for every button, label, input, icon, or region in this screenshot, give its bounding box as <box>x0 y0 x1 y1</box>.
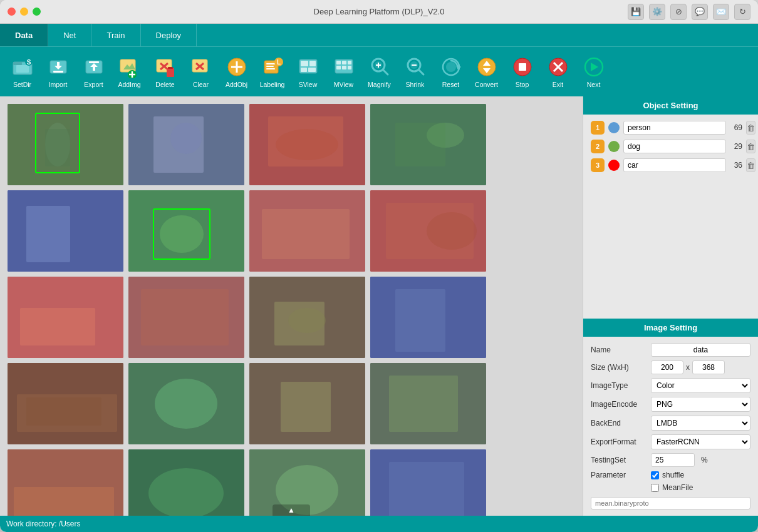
delete-button[interactable]: Delete <box>148 51 182 93</box>
clear-button[interactable]: Clear <box>184 51 218 93</box>
shuffle-checkbox[interactable] <box>651 471 659 479</box>
addobj-button[interactable]: AddObj <box>219 51 254 93</box>
imageencode-row: ImageEncode PNG JPEG <box>591 397 750 412</box>
export-icon <box>82 55 106 79</box>
mail-icon-btn[interactable]: ✉️ <box>713 4 729 20</box>
exit-button[interactable]: Exit <box>541 51 575 93</box>
shrink-button[interactable]: Shrink <box>398 51 432 93</box>
image-area[interactable]: ▲ <box>0 96 583 516</box>
obj-spacer <box>583 178 758 319</box>
save-icon-btn[interactable]: 💾 <box>628 4 644 20</box>
export-button[interactable]: Export <box>76 51 111 93</box>
minimize-button[interactable] <box>20 8 28 16</box>
object-delete-1[interactable]: 🗑 <box>746 121 755 135</box>
list-item[interactable] <box>128 363 244 444</box>
import-icon <box>46 55 70 79</box>
list-item[interactable] <box>128 449 244 516</box>
chat-icon-btn[interactable]: 💬 <box>692 4 708 20</box>
svg-line-52 <box>419 70 423 74</box>
sview-icon <box>296 55 320 79</box>
tab-data[interactable]: Data <box>0 24 48 46</box>
tab-train[interactable]: Train <box>91 24 140 46</box>
stop-button[interactable]: Stop <box>505 51 539 93</box>
svg-rect-70 <box>45 129 70 166</box>
object-delete-2[interactable]: 🗑 <box>746 140 755 153</box>
refresh-icon-btn[interactable]: ↻ <box>734 4 750 20</box>
scroll-down-handle[interactable]: ▲ <box>273 504 310 516</box>
addimg-label: AddImg <box>118 81 140 88</box>
list-item[interactable] <box>8 190 123 272</box>
svg-rect-98 <box>395 289 445 352</box>
imageencode-select[interactable]: PNG JPEG <box>651 397 750 412</box>
list-item[interactable] <box>8 104 123 185</box>
mview-button[interactable]: MView <box>326 51 361 93</box>
tab-net[interactable]: Net <box>48 24 91 46</box>
meanfile-row: MeanFile <box>591 483 750 492</box>
clear-icon <box>189 55 213 79</box>
list-item[interactable] <box>370 104 486 185</box>
list-item[interactable] <box>370 363 486 444</box>
meanfile-path-input[interactable] <box>591 497 750 509</box>
list-item[interactable] <box>8 449 123 516</box>
reset-button[interactable]: Reset <box>434 51 468 93</box>
close-button[interactable] <box>8 8 16 16</box>
object-row-1: 1 69 🗑 <box>591 121 750 135</box>
sview-button[interactable]: SView <box>291 51 325 93</box>
list-item[interactable] <box>370 449 486 516</box>
svg-rect-30 <box>266 68 275 69</box>
object-num-2: 2 <box>591 140 605 153</box>
meanfile-checkbox[interactable] <box>651 484 659 492</box>
list-item[interactable] <box>249 363 365 444</box>
shuffle-label: shuffle <box>662 471 684 479</box>
list-item[interactable] <box>249 277 365 358</box>
testingset-input[interactable] <box>651 453 695 467</box>
object-name-input-3[interactable] <box>623 158 726 172</box>
list-item[interactable] <box>370 190 486 272</box>
name-row: Name <box>591 343 750 357</box>
list-item[interactable] <box>8 277 123 358</box>
list-item[interactable] <box>249 190 365 272</box>
setdir-label: SetDir <box>13 81 31 88</box>
addimg-button[interactable]: AddImg <box>112 51 147 93</box>
object-color-1 <box>608 122 620 133</box>
import-button[interactable]: Import <box>41 51 75 93</box>
tab-deploy[interactable]: Deploy <box>141 24 197 46</box>
size-h-input[interactable] <box>692 361 725 374</box>
backend-row: BackEnd LMDB HDF5 <box>591 416 750 431</box>
object-delete-3[interactable]: 🗑 <box>746 158 755 172</box>
magnify-button[interactable]: Magnify <box>362 51 397 93</box>
list-item[interactable] <box>128 277 244 358</box>
exportformat-select[interactable]: FasterRCNN SSD <box>651 434 750 449</box>
convert-button[interactable]: Convert <box>469 51 504 93</box>
backend-label: BackEnd <box>591 419 647 427</box>
settings-icon-btn[interactable]: ⚙️ <box>649 4 665 20</box>
object-count-2: 29 <box>730 142 742 151</box>
maximize-button[interactable] <box>33 8 41 16</box>
object-setting-section: Object Setting 1 69 🗑 2 <box>583 96 758 178</box>
labeling-button[interactable]: L Labeling <box>255 51 289 93</box>
object-name-input-1[interactable] <box>623 121 726 135</box>
object-name-input-2[interactable] <box>623 140 726 153</box>
list-item[interactable] <box>8 363 123 444</box>
imagetype-select[interactable]: Color Grayscale <box>651 378 750 393</box>
next-icon <box>582 55 606 79</box>
size-w-input[interactable] <box>651 361 683 374</box>
convert-label: Convert <box>475 81 498 88</box>
imageencode-label: ImageEncode <box>591 400 647 409</box>
list-item[interactable] <box>128 104 244 185</box>
list-item[interactable] <box>128 190 244 272</box>
svg-line-47 <box>383 70 388 74</box>
block-icon-btn[interactable]: ⊘ <box>670 4 687 20</box>
list-item[interactable] <box>249 104 365 185</box>
exit-icon <box>546 55 570 79</box>
backend-select[interactable]: LMDB HDF5 <box>651 416 750 431</box>
status-bar: Work directory: /Users <box>0 516 758 532</box>
app-window: Deep Learning Platform (DLP)_V2.0 💾 ⚙️ ⊘… <box>0 0 758 532</box>
setdir-button[interactable]: S SetDir <box>5 51 39 93</box>
magnify-label: Magnify <box>368 81 391 88</box>
list-item[interactable] <box>370 277 486 358</box>
next-button[interactable]: Next <box>576 51 611 93</box>
svg-point-76 <box>276 129 338 160</box>
name-input[interactable] <box>651 343 750 357</box>
object-count-1: 69 <box>730 123 742 132</box>
